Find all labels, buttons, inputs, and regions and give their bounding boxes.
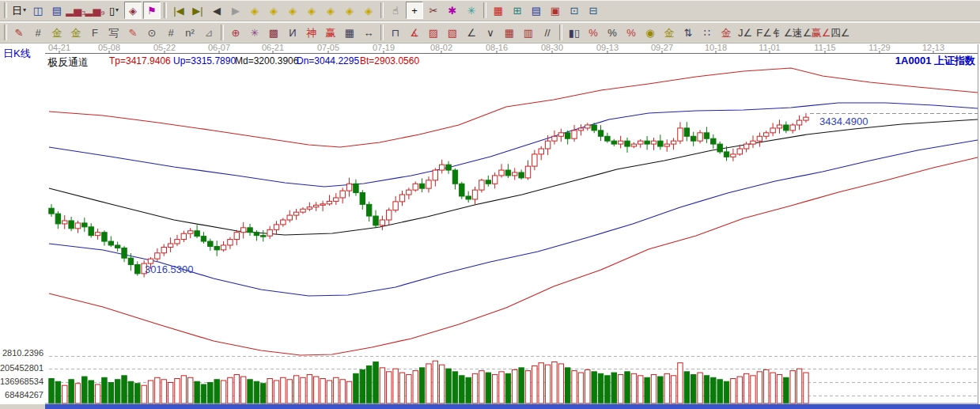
candle-body: [691, 136, 695, 141]
bt-line: [49, 157, 978, 355]
volume-bar: [440, 365, 445, 403]
volume-bar: [426, 364, 431, 403]
volume-bar: [724, 381, 728, 403]
volume-bar: [95, 384, 100, 403]
volume-bar: [399, 373, 404, 403]
candle-body: [334, 198, 339, 201]
volume-bar: [711, 377, 716, 403]
candle-body: [393, 202, 398, 210]
volume-axis-label-3: 68484267: [0, 390, 44, 400]
volume-bar: [267, 379, 272, 403]
candle-body: [407, 190, 411, 195]
volume-bar: [181, 376, 186, 403]
volume-bar: [585, 369, 590, 403]
kline-chart-canvas[interactable]: [0, 0, 980, 409]
candle-body: [566, 133, 570, 138]
candle-body: [605, 136, 610, 141]
candle-body: [360, 193, 365, 205]
candle-body: [452, 170, 457, 184]
volume-bar: [274, 381, 278, 403]
volume-bar: [155, 377, 160, 403]
volume-bar: [757, 372, 762, 403]
volume-bar: [592, 372, 596, 403]
candle-body: [751, 141, 755, 144]
volume-bar: [122, 376, 127, 403]
volume-bar: [293, 376, 298, 403]
app-window: { "header": { "kline_label": "日K线", "ind…: [0, 0, 980, 409]
candle-body: [293, 212, 298, 215]
candle-body: [466, 196, 471, 199]
candle-body: [698, 133, 702, 141]
candle-body: [168, 244, 172, 247]
candle-body: [671, 141, 675, 144]
candle-body: [108, 241, 113, 245]
candle-body: [208, 241, 213, 246]
volume-bar: [605, 376, 610, 403]
candle-body: [446, 165, 451, 170]
candle-body: [651, 141, 656, 144]
candle-body: [135, 265, 140, 274]
candle-body: [55, 214, 60, 224]
candle-body: [248, 228, 252, 233]
volume-bar: [228, 377, 233, 403]
candle-body: [181, 233, 186, 239]
candle-body: [578, 128, 583, 131]
volume-bar: [393, 369, 398, 403]
volume-bar: [796, 369, 801, 403]
volume-bar: [558, 364, 563, 403]
candle-body: [301, 209, 305, 212]
volume-bar: [380, 368, 384, 403]
volume-bar: [195, 381, 199, 403]
candle-body: [539, 149, 543, 154]
volume-bar: [566, 368, 570, 403]
candle-body: [525, 166, 530, 178]
candle-body: [274, 225, 278, 229]
candle-body: [492, 176, 497, 184]
volume-bar: [334, 377, 339, 403]
candle-body: [784, 125, 789, 131]
candle-body: [214, 246, 219, 249]
volume-bar: [108, 382, 113, 403]
volume-bar: [413, 371, 418, 403]
volume-bar: [492, 375, 497, 403]
candle-body: [228, 240, 233, 245]
horizontal-scrollbar[interactable]: [45, 404, 980, 409]
candle-body: [658, 141, 663, 146]
candle-body: [592, 125, 596, 131]
volume-bar: [545, 365, 550, 403]
volume-bar: [790, 371, 795, 403]
volume-bar: [744, 373, 748, 403]
candle-body: [472, 190, 477, 199]
candle-body: [340, 191, 345, 198]
candle-body: [69, 221, 74, 229]
volume-bar: [327, 381, 331, 403]
candle-body: [664, 144, 669, 146]
volume-bar: [691, 375, 695, 403]
volume-bar: [499, 372, 504, 403]
volume-bar: [664, 373, 669, 403]
volume-bar: [764, 369, 769, 403]
volume-bar: [142, 385, 146, 403]
candle-body: [115, 245, 119, 248]
volume-axis-label-2: 136968534: [0, 377, 44, 386]
candle-body: [704, 133, 709, 138]
volume-bar: [55, 381, 60, 403]
candle-body: [320, 204, 325, 206]
candle-body: [724, 152, 728, 157]
candle-body: [770, 128, 775, 133]
candle-body: [387, 210, 392, 220]
candle-body: [433, 170, 437, 180]
candle-body: [161, 247, 166, 252]
candle-body: [95, 233, 100, 236]
candle-body: [399, 195, 404, 202]
volume-bar: [651, 375, 656, 403]
candle-body: [638, 141, 643, 144]
candle-body: [62, 221, 67, 224]
candle-body: [82, 223, 87, 227]
volume-bar: [737, 377, 742, 403]
candle-body: [744, 144, 748, 149]
volume-bar: [684, 372, 689, 403]
volume-bar: [532, 365, 537, 403]
candle-body: [102, 233, 107, 241]
candle-body: [195, 231, 199, 237]
